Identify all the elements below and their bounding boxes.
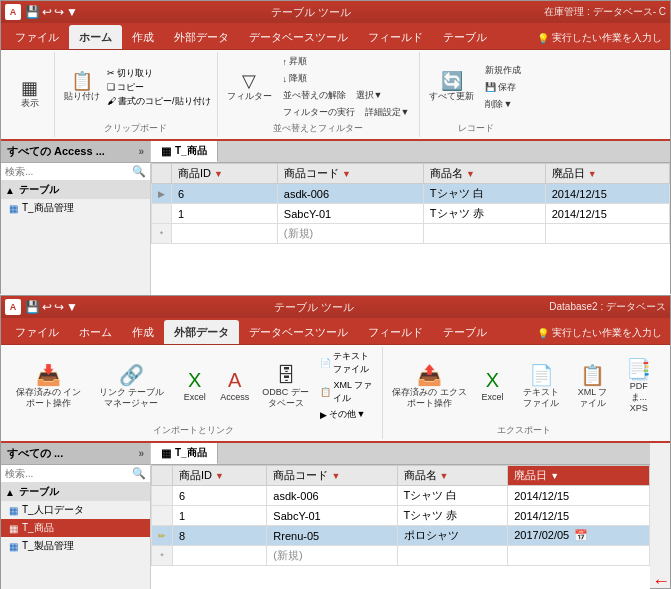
cell-code-1[interactable]: asdk-006 bbox=[277, 184, 423, 204]
filter-btn-1[interactable]: ▽ フィルター bbox=[224, 70, 275, 105]
all-update-btn-1[interactable]: 🔄 すべて更新 bbox=[426, 70, 477, 105]
table-row-editing[interactable]: ✏ 8 Rrenu-05 ポロシャツ 2017/02/05 📅 ← bbox=[152, 526, 650, 546]
save-icon-2[interactable]: 💾 bbox=[25, 300, 40, 314]
link-table-btn-2[interactable]: 🔗 リンク テーブル マネージャー bbox=[90, 361, 172, 411]
table-row[interactable]: 1 SabcY-01 Tシャツ 赤 2014/12/15 bbox=[152, 506, 650, 526]
tab-file-1[interactable]: ファイル bbox=[5, 25, 69, 49]
tab-create-1[interactable]: 作成 bbox=[122, 25, 164, 49]
table-row[interactable]: 6 asdk-006 Tシャツ 白 2014/12/15 bbox=[152, 486, 650, 506]
th-shohinmei-2[interactable]: 商品名 ▼ bbox=[397, 466, 508, 486]
nav-toggle-2[interactable]: » bbox=[138, 448, 144, 459]
cell-id-1[interactable]: 6 bbox=[172, 184, 278, 204]
table-row-new-1[interactable]: * (新規) bbox=[152, 224, 670, 244]
cell-new2-1[interactable] bbox=[173, 546, 267, 566]
sort-asc-btn-1[interactable]: ↑ 昇順 bbox=[279, 54, 312, 69]
tab-db-tools-2[interactable]: データベースツール bbox=[239, 320, 358, 344]
save-record-btn-1[interactable]: 💾 保存 bbox=[481, 80, 525, 95]
content-tab-shohin-2[interactable]: ▦ T_商品 bbox=[151, 443, 218, 464]
xml-export-btn-2[interactable]: 📋 XML ファイル bbox=[572, 361, 614, 411]
cell-id-edit[interactable]: 8 bbox=[173, 526, 267, 546]
cell-id-r1[interactable]: 6 bbox=[173, 486, 267, 506]
paste-btn-1[interactable]: 📋 貼り付け bbox=[61, 70, 103, 105]
cell-name-r1[interactable]: Tシャツ 白 bbox=[397, 486, 508, 506]
table-row[interactable]: ▶ 6 asdk-006 Tシャツ 白 2014/12/15 bbox=[152, 184, 670, 204]
undo-icon-1[interactable]: ↩ bbox=[42, 5, 52, 19]
select-btn-1[interactable]: 選択▼ bbox=[352, 88, 387, 103]
cell-new-2[interactable]: (新規) bbox=[277, 224, 423, 244]
cell-new-3[interactable] bbox=[423, 224, 545, 244]
tab-field-1[interactable]: フィールド bbox=[358, 25, 433, 49]
tab-home-1[interactable]: ホーム bbox=[69, 25, 122, 49]
tab-field-2[interactable]: フィールド bbox=[358, 320, 433, 344]
th-shohinid-1[interactable]: 商品ID ▼ bbox=[172, 164, 278, 184]
format-copy-item-1[interactable]: 🖌 書式のコピー/貼り付け bbox=[107, 95, 211, 108]
redo-icon-2[interactable]: ↪ bbox=[54, 300, 64, 314]
tab-home-2[interactable]: ホーム bbox=[69, 320, 122, 344]
table-row-new-2[interactable]: * (新規) bbox=[152, 546, 650, 566]
nav-toggle-1[interactable]: » bbox=[138, 146, 144, 157]
text-export-btn-2[interactable]: 📄 テキスト ファイル bbox=[514, 361, 567, 411]
th-shohinmei-1[interactable]: 商品名 ▼ bbox=[423, 164, 545, 184]
cell-date-edit[interactable]: 2017/02/05 📅 ← bbox=[508, 526, 650, 546]
new-record-btn-1[interactable]: 新規作成 bbox=[481, 63, 525, 78]
tab-create-2[interactable]: 作成 bbox=[122, 320, 164, 344]
detail-btn-1[interactable]: 詳細設定▼ bbox=[361, 105, 414, 120]
cell-name-edit[interactable]: ポロシャツ bbox=[397, 526, 508, 546]
save-icon-1[interactable]: 💾 bbox=[25, 5, 40, 19]
excel-export-btn-2[interactable]: X Excel bbox=[474, 366, 510, 405]
delete-btn-1[interactable]: 削除▼ bbox=[481, 97, 525, 112]
nav-search-input-1[interactable] bbox=[5, 166, 132, 177]
calendar-icon-edit[interactable]: 📅 bbox=[574, 529, 588, 542]
dropdown-icon-2[interactable]: ▼ bbox=[66, 300, 78, 314]
th-shohincode-1[interactable]: 商品コード ▼ bbox=[277, 164, 423, 184]
th-shohincode-2[interactable]: 商品コード ▼ bbox=[267, 466, 397, 486]
pdf-export-btn-2[interactable]: 📑 PDF ま... XPS bbox=[618, 355, 660, 415]
cell-code-2[interactable]: SabcY-01 bbox=[277, 204, 423, 224]
cell-id-r2[interactable]: 1 bbox=[173, 506, 267, 526]
cell-name-2[interactable]: Tシャツ 赤 bbox=[423, 204, 545, 224]
saved-export-btn-2[interactable]: 📤 保存済みの エクスポート操作 bbox=[389, 361, 471, 411]
tab-external-1[interactable]: 外部データ bbox=[164, 25, 239, 49]
cell-name-1[interactable]: Tシャツ 白 bbox=[423, 184, 545, 204]
th-haihinbi-1[interactable]: 廃品日 ▼ bbox=[545, 164, 669, 184]
nav-item-jinko-2[interactable]: ▦ T_人口データ bbox=[1, 501, 150, 519]
cell-code-r1[interactable]: asdk-006 bbox=[267, 486, 397, 506]
tab-table-1[interactable]: テーブル bbox=[433, 25, 497, 49]
cell-date-r1[interactable]: 2014/12/15 bbox=[508, 486, 650, 506]
saved-import-btn-2[interactable]: 📥 保存済みの インポート操作 bbox=[11, 361, 86, 411]
view-btn-1[interactable]: ▦ 表示 bbox=[16, 77, 44, 112]
cell-name-r2[interactable]: Tシャツ 赤 bbox=[397, 506, 508, 526]
cell-new-4[interactable] bbox=[545, 224, 669, 244]
nav-search-input-2[interactable] bbox=[5, 468, 132, 479]
cell-new2-4[interactable] bbox=[508, 546, 650, 566]
redo-icon-1[interactable]: ↪ bbox=[54, 5, 64, 19]
odbc-import-btn-2[interactable]: 🗄 ODBC データベース bbox=[257, 361, 315, 411]
cell-date-1[interactable]: 2014/12/15 bbox=[545, 184, 669, 204]
cut-item-1[interactable]: ✂ 切り取り bbox=[107, 67, 211, 80]
xml-file-item-2[interactable]: 📋 XML ファイル bbox=[318, 378, 375, 406]
tab-external-2[interactable]: 外部データ bbox=[164, 320, 239, 344]
cell-id-2[interactable]: 1 bbox=[172, 204, 278, 224]
th-shohinid-2[interactable]: 商品ID ▼ bbox=[173, 466, 267, 486]
th-haihinbi-2[interactable]: 廃品日 ▼ bbox=[508, 466, 650, 486]
table-row[interactable]: 1 SabcY-01 Tシャツ 赤 2014/12/15 bbox=[152, 204, 670, 224]
tab-table-2[interactable]: テーブル bbox=[433, 320, 497, 344]
nav-item-shohin-2[interactable]: ▦ T_商品 bbox=[1, 519, 150, 537]
cell-code-edit[interactable]: Rrenu-05 bbox=[267, 526, 397, 546]
cell-new2-2[interactable]: (新規) bbox=[267, 546, 397, 566]
cell-code-r2[interactable]: SabcY-01 bbox=[267, 506, 397, 526]
dropdown-icon-1[interactable]: ▼ bbox=[66, 5, 78, 19]
cell-new2-3[interactable] bbox=[397, 546, 508, 566]
apply-filter-btn-1[interactable]: フィルターの実行 bbox=[279, 105, 359, 120]
tab-db-tools-1[interactable]: データベースツール bbox=[239, 25, 358, 49]
cell-date-r2[interactable]: 2014/12/15 bbox=[508, 506, 650, 526]
content-tab-shohin-1[interactable]: ▦ T_商品 bbox=[151, 141, 218, 162]
tab-file-2[interactable]: ファイル bbox=[5, 320, 69, 344]
nav-item-seihin-2[interactable]: ▦ T_製品管理 bbox=[1, 537, 150, 555]
nav-item-t-shohin-kanri-1[interactable]: ▦ T_商品管理 bbox=[1, 199, 150, 217]
undo-icon-2[interactable]: ↩ bbox=[42, 300, 52, 314]
cancel-sort-btn-1[interactable]: 並べ替えの解除 bbox=[279, 88, 350, 103]
sort-desc-btn-1[interactable]: ↓ 降順 bbox=[279, 71, 312, 86]
cell-new-1[interactable] bbox=[172, 224, 278, 244]
cell-date-2[interactable]: 2014/12/15 bbox=[545, 204, 669, 224]
